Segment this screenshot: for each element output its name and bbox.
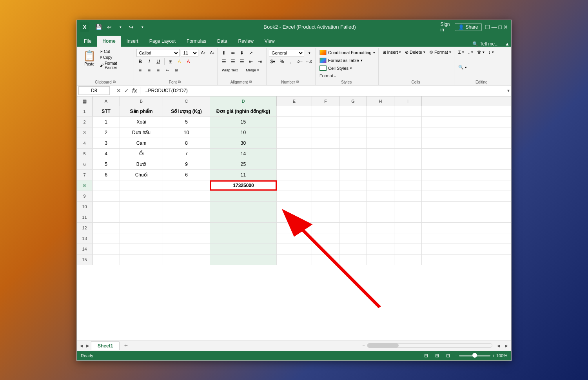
cell-B8[interactable] bbox=[120, 180, 163, 191]
row-num-13[interactable]: 13 bbox=[77, 233, 93, 244]
tab-insert[interactable]: Insert bbox=[121, 36, 144, 47]
cell-A9[interactable] bbox=[93, 191, 120, 201]
comma-btn[interactable]: , bbox=[287, 58, 295, 65]
cell-H9[interactable] bbox=[367, 191, 394, 201]
cell-H13[interactable] bbox=[367, 233, 394, 244]
indent-decrease-btn[interactable]: ⇤ bbox=[247, 58, 255, 65]
fill-color-button[interactable]: A bbox=[176, 58, 183, 65]
corner-cell[interactable]: ▤ bbox=[77, 96, 93, 106]
save-quick-btn[interactable]: 💾 bbox=[93, 22, 103, 32]
cell-C14[interactable] bbox=[163, 244, 210, 254]
cell-I15[interactable] bbox=[394, 255, 422, 265]
cell-G8[interactable] bbox=[339, 180, 367, 191]
insert-btn[interactable]: ⊞ Insert ▾ bbox=[381, 49, 403, 56]
cell-styles-btn[interactable]: Cell Styles ▾ bbox=[318, 65, 354, 72]
fill-btn[interactable]: ↓ ▾ bbox=[466, 49, 475, 55]
decrease-decimal-btn[interactable]: ←.0 bbox=[305, 58, 313, 65]
customize-quick-btn[interactable]: ▾ bbox=[137, 22, 147, 32]
cell-F9[interactable] bbox=[312, 191, 339, 201]
cell-F10[interactable] bbox=[312, 202, 339, 212]
cell-H3[interactable] bbox=[367, 127, 394, 138]
col-header-C[interactable]: C bbox=[163, 96, 210, 106]
cell-F15[interactable] bbox=[312, 255, 339, 265]
cell-H11[interactable] bbox=[367, 212, 394, 222]
sheet-scroll-left-btn[interactable]: ◀ bbox=[78, 342, 85, 349]
underline-button[interactable]: U bbox=[154, 58, 162, 65]
cell-C11[interactable] bbox=[163, 212, 210, 222]
dollar-btn[interactable]: $▾ bbox=[269, 58, 277, 65]
confirm-icon[interactable]: ✓ bbox=[124, 87, 129, 94]
format-painter-button[interactable]: 🖌 Format Painter bbox=[99, 61, 131, 70]
bold-button[interactable]: B bbox=[136, 58, 144, 65]
cut-button[interactable]: ✂ Cut bbox=[99, 49, 131, 54]
cell-A13[interactable] bbox=[93, 233, 120, 244]
restore-button[interactable]: ❐ bbox=[485, 22, 490, 33]
cell-F4[interactable] bbox=[312, 138, 339, 148]
number-format-arrow[interactable]: ▾ bbox=[305, 49, 313, 57]
cell-H8[interactable] bbox=[367, 180, 394, 191]
cell-F7[interactable] bbox=[312, 170, 339, 180]
redo-quick-btn[interactable]: ↪ bbox=[126, 22, 136, 32]
cell-I9[interactable] bbox=[394, 191, 422, 201]
row-num-1[interactable]: 1 bbox=[77, 106, 93, 116]
cell-G14[interactable] bbox=[339, 244, 367, 254]
cell-H2[interactable] bbox=[367, 117, 394, 127]
col-header-B[interactable]: B bbox=[120, 96, 163, 106]
cell-C5[interactable]: 7 bbox=[163, 149, 210, 159]
col-header-F[interactable]: F bbox=[312, 96, 339, 106]
font-color-button[interactable]: A bbox=[185, 58, 192, 65]
cell-E8[interactable] bbox=[277, 180, 312, 191]
cell-I11[interactable] bbox=[394, 212, 422, 222]
cell-D2[interactable]: 15 bbox=[210, 117, 277, 127]
sheet-more-options[interactable]: ⋯ bbox=[361, 344, 365, 348]
tell-me-box[interactable]: 🔍 Tell me... bbox=[469, 41, 502, 47]
normal-view-btn[interactable]: ⊟ bbox=[422, 352, 430, 360]
cell-D15[interactable] bbox=[210, 255, 277, 265]
cell-I14[interactable] bbox=[394, 244, 422, 254]
row-num-7[interactable]: 7 bbox=[77, 170, 93, 180]
cell-E12[interactable] bbox=[277, 223, 312, 233]
function-icon[interactable]: fx bbox=[132, 87, 137, 94]
cell-B6[interactable]: Bưởi bbox=[120, 159, 163, 169]
cell-B13[interactable] bbox=[120, 233, 163, 244]
cell-D12[interactable] bbox=[210, 223, 277, 233]
cell-D5[interactable]: 14 bbox=[210, 149, 277, 159]
maximize-button[interactable]: □ bbox=[499, 22, 502, 33]
increase-decimal-btn[interactable]: .0→ bbox=[296, 58, 304, 65]
cell-F2[interactable] bbox=[312, 117, 339, 127]
col-header-G[interactable]: G bbox=[339, 96, 367, 106]
cell-D14[interactable] bbox=[210, 244, 277, 254]
tab-file[interactable]: File bbox=[78, 36, 97, 47]
zoom-slider[interactable] bbox=[459, 355, 490, 356]
cell-G7[interactable] bbox=[339, 170, 367, 180]
add-sheet-button[interactable]: + bbox=[121, 341, 131, 350]
cell-B7[interactable]: Chuối bbox=[120, 170, 163, 180]
cell-A4[interactable]: 3 bbox=[93, 138, 120, 148]
right-align-btn[interactable]: ☰ bbox=[238, 58, 246, 65]
font-name-select[interactable]: Calibri bbox=[136, 49, 180, 57]
cell-D7[interactable]: 11 bbox=[210, 170, 277, 180]
cell-A15[interactable] bbox=[93, 255, 120, 265]
cell-E2[interactable] bbox=[277, 117, 312, 127]
cell-C2[interactable]: 5 bbox=[163, 117, 210, 127]
cell-H4[interactable] bbox=[367, 138, 394, 148]
cell-E7[interactable] bbox=[277, 170, 312, 180]
cell-D13[interactable] bbox=[210, 233, 277, 244]
cell-G2[interactable] bbox=[339, 117, 367, 127]
format-dash-btn[interactable]: Format - bbox=[318, 73, 338, 79]
sheet-scroll-right-btn[interactable]: ▶ bbox=[85, 342, 91, 349]
alignment-expander[interactable]: ⧉ bbox=[249, 80, 252, 84]
cell-H5[interactable] bbox=[367, 149, 394, 159]
tab-formulas[interactable]: Formulas bbox=[181, 36, 212, 47]
align-left-btn[interactable]: ≡ bbox=[136, 66, 144, 74]
cell-H14[interactable] bbox=[367, 244, 394, 254]
cell-E10[interactable] bbox=[277, 202, 312, 212]
border-button[interactable]: ⊞ bbox=[167, 58, 174, 65]
horizontal-scrollbar[interactable] bbox=[367, 343, 492, 348]
align-top-btn[interactable]: ⬆ bbox=[220, 49, 228, 57]
cell-F3[interactable] bbox=[312, 127, 339, 138]
cell-E15[interactable] bbox=[277, 255, 312, 265]
cell-I12[interactable] bbox=[394, 223, 422, 233]
cell-H6[interactable] bbox=[367, 159, 394, 169]
sign-in-button[interactable]: Sign in bbox=[437, 21, 453, 33]
